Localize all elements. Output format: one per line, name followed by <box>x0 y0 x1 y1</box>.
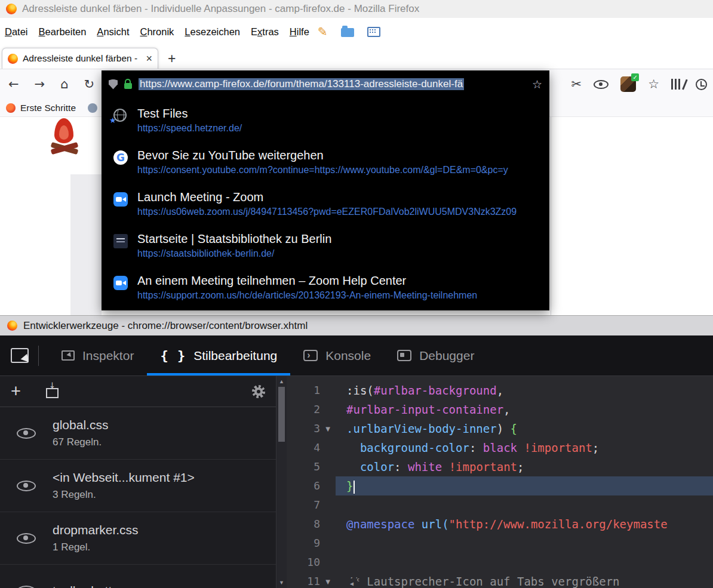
code-content[interactable]: .urlbarView-body-inner) { <box>336 419 713 438</box>
code-editor[interactable]: 1:is(#urlbar-background,2#urlbar-input-c… <box>287 376 713 588</box>
visibility-eye-icon[interactable] <box>17 481 36 491</box>
menu-ansicht[interactable]: Ansicht <box>97 26 129 38</box>
hscroll-left-arrow[interactable] <box>346 578 357 588</box>
code-content[interactable]: :is(#urlbar-background, <box>336 381 713 400</box>
star-badge-icon <box>109 116 116 125</box>
code-content[interactable] <box>336 534 713 553</box>
url-suggestion[interactable]: GBevor Sie zu YouTube weitergehenhttps:/… <box>102 143 549 185</box>
new-tab-button[interactable]: + <box>168 51 176 67</box>
scrollbar-thumb[interactable] <box>278 387 285 442</box>
menu-datei[interactable]: Datei <box>5 26 28 38</box>
visibility-eye-icon[interactable] <box>17 428 36 439</box>
lock-icon[interactable] <box>124 83 132 89</box>
suggestion-url: https://support.zoom.us/hc/de/articles/2… <box>137 290 549 301</box>
bookmark-favicon[interactable] <box>88 103 97 113</box>
suggestion-text: Launch Meeting - Zoomhttps://us06web.zoo… <box>137 190 549 217</box>
star-button[interactable]: ☆ <box>648 78 659 91</box>
visibility-cell <box>0 586 53 588</box>
url-suggestion[interactable]: Launch Meeting - Zoomhttps://us06web.zoo… <box>102 185 549 227</box>
folder-icon[interactable] <box>341 28 354 37</box>
sidebar-scrollbar[interactable] <box>276 376 287 588</box>
line-number: 3 <box>287 419 320 438</box>
tab-inspektor[interactable]: Inspektor <box>48 335 147 375</box>
pencil-icon[interactable]: ✎ <box>318 24 328 39</box>
stylesheet-item[interactable]: global.css67 Regeln. <box>0 407 276 460</box>
code-content[interactable] <box>336 553 713 572</box>
menu-extras[interactable]: Extras <box>251 26 279 38</box>
code-content[interactable]: background-color: black !important; <box>336 438 713 457</box>
element-picker-icon[interactable] <box>11 348 29 363</box>
menu-hilfe[interactable]: Hilfe <box>290 26 309 38</box>
tab-close-button[interactable]: × <box>146 53 152 65</box>
history-clock-icon[interactable] <box>696 79 707 90</box>
page-panel <box>70 174 102 315</box>
scissors-button[interactable]: ✂ <box>571 78 582 91</box>
menu-lesezeichen[interactable]: Lesezeichen <box>185 26 240 38</box>
fold-marker[interactable]: ▼ <box>320 419 336 438</box>
urlbar[interactable]: https://www.camp-firefox.de/forum/thema/… <box>102 70 549 98</box>
code-content[interactable]: /* Lautsprecher-Icon auf Tabs vergrößern <box>336 572 713 588</box>
menu-bearbeiten[interactable]: Bearbeiten <box>39 26 87 38</box>
stylesheet-item[interactable]: <in Webseit...kument #1>3 Regeln. <box>0 460 276 512</box>
styleeditor-sidebar: global.css67 Regeln.<in Webseit...kument… <box>0 376 276 588</box>
zoom-icon <box>113 276 129 290</box>
stylesheet-info: dropmarker.css1 Regel. <box>53 523 139 553</box>
eye-icon[interactable] <box>594 80 608 89</box>
globe-star-icon <box>113 109 129 122</box>
menu-chronik[interactable]: Chronik <box>140 26 174 38</box>
back-button[interactable]: ← <box>8 78 19 91</box>
stylesheet-name: dropmarker.css <box>53 523 139 537</box>
keypad-icon[interactable] <box>367 27 380 37</box>
visibility-cell <box>0 481 53 491</box>
code-content[interactable]: #urlbar-input-container, <box>336 400 713 419</box>
url-suggestion[interactable]: An einem Meeting teilnehmen – Zoom Help … <box>102 269 549 310</box>
nav-right: ✂☆ <box>571 76 707 92</box>
code-content[interactable]: @namespace url("http://www.mozilla.org/k… <box>336 515 713 534</box>
tab-debugger[interactable]: Debugger <box>384 335 487 375</box>
stylesheet-rule-count: 1 Regel. <box>53 541 139 553</box>
urlbar-input[interactable]: https://www.camp-firefox.de/forum/thema/… <box>139 78 525 90</box>
tab-stilbearbeitung[interactable]: { }Stilbearbeitung <box>147 335 290 375</box>
forward-button[interactable]: → <box>35 78 45 91</box>
browser-tab[interactable]: Adressleiste dunkel färben - × <box>2 48 158 69</box>
bookmark-page-star-icon[interactable] <box>532 78 542 91</box>
stylesheet-item[interactable]: dropmarker.css1 Regel. <box>0 512 276 565</box>
code-line: 2#urlbar-input-container, <box>287 400 713 419</box>
library-icon[interactable] <box>671 79 684 90</box>
url-suggestion[interactable]: Test Fileshttps://speed.hetzner.de/ <box>102 101 549 143</box>
reload-button[interactable]: ↻ <box>84 78 95 91</box>
scroll-up-arrow[interactable] <box>276 378 287 384</box>
inspector-icon <box>62 350 75 361</box>
code-content[interactable]: } <box>336 476 713 495</box>
tab-label: Konsole <box>325 349 371 363</box>
new-stylesheet-button[interactable] <box>11 383 21 400</box>
flame-icon <box>54 118 73 143</box>
stylesheet-name: <in Webseit...kument #1> <box>53 470 195 485</box>
bookmark-erste-schritte[interactable]: Erste Schritte <box>20 103 76 113</box>
stylesheet-item[interactable]: toolbarbutton.css <box>0 565 276 588</box>
fold-marker[interactable]: ▼ <box>320 572 336 588</box>
extension-avatar-icon[interactable] <box>620 76 636 92</box>
suggestion-url: https://us06web.zoom.us/j/84947113456?pw… <box>137 207 549 217</box>
scroll-down-arrow[interactable] <box>276 580 287 586</box>
line-number: 9 <box>287 534 320 553</box>
tab-konsole[interactable]: Konsole <box>290 335 384 375</box>
code-content[interactable] <box>336 495 713 515</box>
tracking-shield-icon[interactable] <box>109 79 118 90</box>
code-line: 5 color: white !important; <box>287 457 713 476</box>
braces-icon: { } <box>160 349 186 362</box>
home-button[interactable]: ⌂ <box>60 78 68 91</box>
fold-marker <box>320 495 336 515</box>
menubar-items: DateiBearbeitenAnsichtChronikLesezeichen… <box>5 26 309 38</box>
gear-icon[interactable] <box>252 385 265 398</box>
code-line: 6} <box>287 476 713 495</box>
url-suggestion[interactable]: Startseite | Staatsbibliothek zu Berlinh… <box>102 227 549 269</box>
stylesheet-name: toolbarbutton.css <box>53 584 148 588</box>
stylesheet-rule-count: 3 Regeln. <box>53 489 195 501</box>
visibility-eye-icon[interactable] <box>17 533 36 544</box>
stylesheet-list: global.css67 Regeln.<in Webseit...kument… <box>0 407 276 588</box>
import-stylesheet-icon[interactable] <box>46 388 59 398</box>
code-content[interactable]: color: white !important; <box>336 457 713 476</box>
devtools-toolbar: Inspektor{ }StilbearbeitungKonsoleDebugg… <box>0 335 713 376</box>
visibility-eye-icon[interactable] <box>17 586 36 588</box>
